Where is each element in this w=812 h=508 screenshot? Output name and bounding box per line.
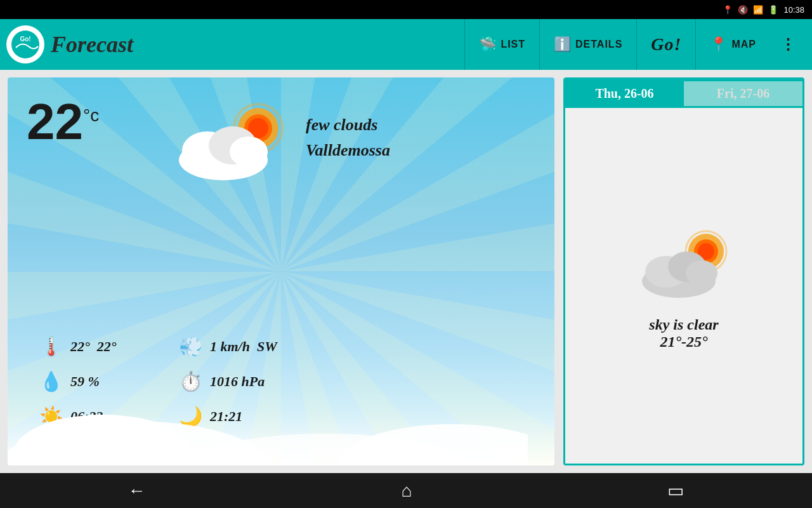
side-cloud-sun-graphic [633,221,735,304]
thermometer-icon: 🌡️ [39,335,63,358]
wind-value: 1 km/h SW [210,338,277,355]
recents-button[interactable]: ▭ [648,475,703,506]
cloud-decoration-bottom [8,389,528,465]
side-temp-range: 21°-25° [660,333,707,351]
map-nav-icon: 📍 [710,36,728,53]
nav-items: 🛸 LIST ℹ️ DETAILS Go! 📍 MAP ⋮ [464,19,806,70]
details-nav-icon: ℹ️ [554,36,572,53]
temperature-display: 22°c [27,97,535,147]
nav-list-label: LIST [501,39,525,50]
nav-more-button[interactable]: ⋮ [770,19,806,70]
temperature-unit: °c [83,105,99,125]
nav-map-label: MAP [731,39,756,50]
home-button[interactable]: ⌂ [383,476,431,506]
side-condition: sky is clear [649,316,718,333]
humidity-value: 59 % [70,373,100,390]
tab-fri[interactable]: Fri, 27-06 [684,81,802,106]
main-weather-card: 22°c few clouds Valldemossa [8,77,554,465]
temperature-detail: 🌡️ 22° 22° [39,335,166,358]
nav-bar: Go! Forecast 🛸 LIST ℹ️ DETAILS Go! 📍 MAP… [0,19,812,70]
more-icon: ⋮ [780,36,796,53]
tab-thu[interactable]: Thu, 26-06 [565,81,684,106]
wifi-icon: 📶 [753,5,763,15]
main-card-content: 22°c [8,77,554,160]
app-logo: Go! Forecast [6,25,133,64]
bottom-nav-bar: ← ⌂ ▭ [0,473,812,508]
side-card-body: sky is clear 21°-25° [565,108,802,464]
nav-details-label: DETAILS [575,39,622,50]
back-button[interactable]: ← [109,476,165,506]
mute-icon: 🔇 [738,5,748,15]
temperature-value: 22 [27,93,83,150]
svg-point-13 [337,424,528,465]
status-time: 10:38 [783,5,804,15]
nav-item-go[interactable]: Go! [636,19,695,70]
location-icon: 📍 [723,5,733,15]
app-title: Forecast [51,31,133,58]
battery-icon: 🔋 [768,5,778,15]
content-area: 22°c few clouds Valldemossa [0,70,812,473]
list-nav-icon: 🛸 [479,36,497,53]
side-weather-icon [633,221,735,304]
wind-icon: 💨 [179,335,202,358]
side-forecast-card: Thu, 26-06 Fri, 27-06 sky is [563,77,804,465]
pressure-value: 1016 hPa [210,373,265,390]
svg-point-21 [686,260,717,286]
nav-go-label: Go! [651,34,681,55]
nav-item-list[interactable]: 🛸 LIST [464,19,539,70]
status-bar: 📍 🔇 📶 🔋 10:38 [0,0,812,19]
logo-icon: Go! [10,29,41,60]
nav-item-details[interactable]: ℹ️ DETAILS [539,19,636,70]
logo-circle: Go! [6,25,44,64]
side-card-header: Thu, 26-06 Fri, 27-06 [565,79,802,108]
svg-text:Go!: Go! [20,36,30,43]
wind-detail: 💨 1 km/h SW [179,335,325,358]
nav-item-map[interactable]: 📍 MAP [695,19,770,70]
temp-min-max: 22° 22° [70,338,117,355]
